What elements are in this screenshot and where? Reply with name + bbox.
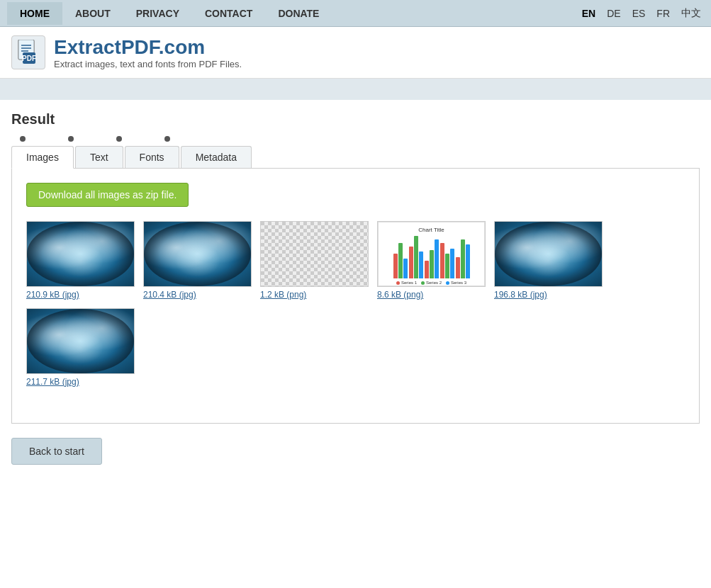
legend-label: Series 2 bbox=[426, 281, 442, 285]
tab-images[interactable]: Images bbox=[11, 146, 74, 169]
chart-group bbox=[425, 239, 439, 278]
legend-dot bbox=[421, 281, 425, 285]
chart-title: Chart Title bbox=[383, 227, 480, 233]
lang-es[interactable]: ES bbox=[629, 6, 649, 21]
image-item[interactable]: 210.4 kB (jpg) bbox=[143, 221, 252, 300]
lang-en[interactable]: EN bbox=[579, 6, 598, 21]
chart-container: Chart Title bbox=[378, 222, 485, 286]
ad-bar bbox=[0, 79, 711, 100]
lang-zh[interactable]: 中文 bbox=[678, 6, 704, 21]
result-title: Result bbox=[11, 111, 700, 128]
tab-dots bbox=[11, 136, 700, 142]
nav-about[interactable]: ABOUT bbox=[62, 2, 123, 25]
image-item[interactable]: 210.9 kB (jpg) bbox=[26, 221, 135, 300]
sky-photo-6 bbox=[27, 309, 134, 373]
lang-fr[interactable]: FR bbox=[654, 6, 673, 21]
image-label-2[interactable]: 210.4 kB (jpg) bbox=[143, 290, 196, 300]
image-label-4[interactable]: 8.6 kB (png) bbox=[377, 290, 423, 300]
bar bbox=[461, 239, 465, 278]
image-item[interactable]: 1.2 kB (png) bbox=[260, 221, 369, 300]
nav-donate[interactable]: DONATE bbox=[265, 2, 332, 25]
image-thumb-2 bbox=[143, 221, 252, 287]
site-logo: PDF bbox=[11, 35, 45, 69]
bar bbox=[403, 259, 408, 278]
download-button[interactable]: Download all images as zip file. bbox=[26, 183, 189, 207]
main-content: Result Images Text Fonts Metadata Downlo… bbox=[0, 100, 711, 476]
bar bbox=[466, 244, 470, 278]
bar bbox=[393, 254, 398, 278]
site-subtitle: Extract images, text and fonts from PDF … bbox=[54, 59, 242, 69]
image-thumb-3 bbox=[260, 221, 369, 287]
chart-legend: Series 1 Series 2 Series 3 bbox=[383, 281, 480, 285]
image-label-1[interactable]: 210.9 kB (jpg) bbox=[26, 290, 79, 300]
transparent-svg bbox=[261, 222, 369, 287]
bar bbox=[430, 250, 434, 278]
bar bbox=[435, 239, 439, 278]
image-label-3[interactable]: 1.2 kB (png) bbox=[260, 290, 306, 300]
nav-left: HOME ABOUT PRIVACY CONTACT DONATE bbox=[7, 2, 332, 25]
chart-bars bbox=[383, 236, 480, 278]
legend-item: Series 1 bbox=[396, 281, 417, 285]
sky-photo-2 bbox=[144, 222, 251, 286]
chart-group bbox=[456, 239, 470, 278]
image-thumb-1 bbox=[26, 221, 135, 287]
nav-home[interactable]: HOME bbox=[7, 2, 62, 25]
image-item[interactable]: 196.8 kB (jpg) bbox=[494, 221, 603, 300]
nav-right: EN DE ES FR 中文 bbox=[579, 6, 704, 21]
svg-text:PDF: PDF bbox=[22, 55, 36, 62]
chart-group bbox=[409, 236, 423, 278]
image-thumb-5 bbox=[494, 221, 603, 287]
bar bbox=[456, 257, 460, 278]
navigation: HOME ABOUT PRIVACY CONTACT DONATE EN DE … bbox=[0, 0, 711, 27]
site-header: PDF ExtractPDF.com Extract images, text … bbox=[0, 27, 711, 79]
header-text: ExtractPDF.com Extract images, text and … bbox=[54, 36, 242, 69]
chart-group bbox=[440, 243, 454, 278]
image-label-6[interactable]: 211.7 kB (jpg) bbox=[26, 377, 79, 387]
bar bbox=[445, 254, 449, 278]
bar bbox=[425, 261, 429, 278]
legend-dot bbox=[396, 281, 400, 285]
dot-2 bbox=[68, 136, 74, 142]
images-grid-row2: 211.7 kB (jpg) bbox=[26, 308, 685, 387]
svg-rect-11 bbox=[261, 222, 369, 287]
bar bbox=[414, 236, 418, 278]
nav-privacy[interactable]: PRIVACY bbox=[123, 2, 192, 25]
sky-photo-5 bbox=[495, 222, 602, 286]
image-thumb-6 bbox=[26, 308, 135, 374]
site-title: ExtractPDF.com bbox=[54, 36, 242, 59]
empty-thumb bbox=[261, 222, 368, 286]
legend-label: Series 3 bbox=[451, 281, 466, 285]
dot-1 bbox=[20, 136, 26, 142]
image-thumb-4: Chart Title bbox=[377, 221, 486, 287]
chart-group bbox=[393, 243, 408, 278]
bar bbox=[450, 249, 454, 278]
back-to-start-button[interactable]: Back to start bbox=[11, 438, 102, 465]
nav-contact[interactable]: CONTACT bbox=[192, 2, 265, 25]
legend-dot bbox=[446, 281, 449, 285]
sky-photo-1 bbox=[27, 222, 134, 286]
bar bbox=[409, 247, 413, 278]
image-item[interactable]: Chart Title bbox=[377, 221, 486, 300]
tab-metadata[interactable]: Metadata bbox=[181, 146, 252, 168]
bar bbox=[398, 243, 403, 278]
tab-fonts[interactable]: Fonts bbox=[125, 146, 179, 168]
dot-3 bbox=[116, 136, 122, 142]
images-grid: 210.9 kB (jpg) 210.4 kB (jpg) bbox=[26, 221, 685, 300]
legend-label: Series 1 bbox=[401, 281, 417, 285]
image-item[interactable]: 211.7 kB (jpg) bbox=[26, 308, 135, 387]
legend-item: Series 2 bbox=[421, 281, 442, 285]
bar bbox=[419, 251, 423, 278]
logo-svg: PDF bbox=[17, 40, 40, 65]
dot-4 bbox=[164, 136, 170, 142]
bar bbox=[440, 243, 444, 278]
tab-bar: Images Text Fonts Metadata bbox=[11, 146, 700, 169]
lang-de[interactable]: DE bbox=[604, 6, 623, 21]
legend-item: Series 3 bbox=[446, 281, 466, 285]
content-panel: Download all images as zip file. 210.9 k… bbox=[11, 169, 700, 424]
tab-text[interactable]: Text bbox=[75, 146, 123, 168]
image-label-5[interactable]: 196.8 kB (jpg) bbox=[494, 290, 547, 300]
